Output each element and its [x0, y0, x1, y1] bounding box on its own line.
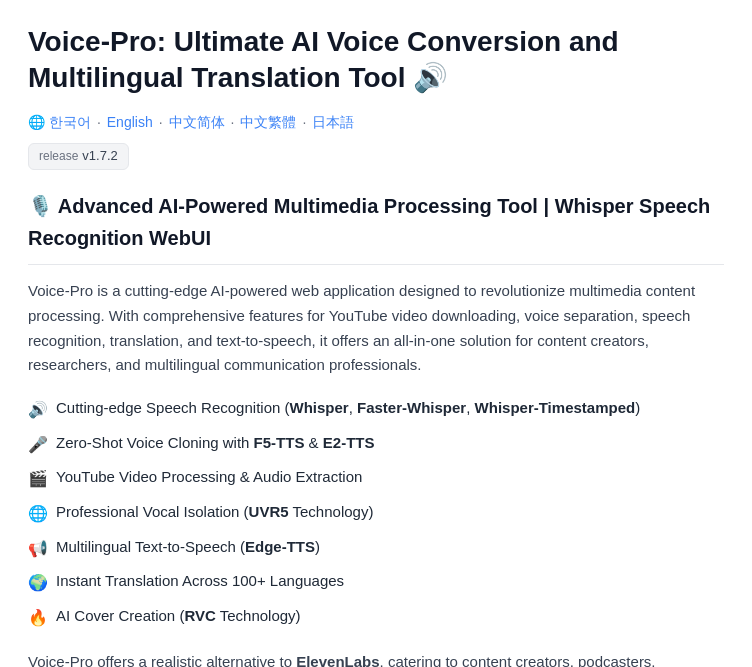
video-icon: 🎬: [28, 466, 48, 492]
list-item: 🔊 Cutting-edge Speech Recognition (Whisp…: [28, 396, 724, 423]
speech-icon: 🔊: [28, 397, 48, 423]
translation-icon: 🌍: [28, 570, 48, 596]
feature-text: Cutting-edge Speech Recognition (Whisper…: [56, 396, 640, 420]
feature-text: Multilingual Text-to-Speech (Edge-TTS): [56, 535, 320, 559]
feature-text: AI Cover Creation (RVC Technology): [56, 604, 301, 628]
separator-3: ·: [231, 111, 235, 133]
megaphone-icon: 📢: [28, 536, 48, 562]
badge-label: release: [39, 147, 78, 166]
separator-4: ·: [302, 111, 306, 133]
mic-icon: 🎤: [28, 432, 48, 458]
feature-text: Zero-Shot Voice Cloning with F5-TTS & E2…: [56, 431, 374, 455]
globe-icon: 🌐: [28, 501, 48, 527]
section-title-text: Advanced AI-Powered Multimedia Processin…: [28, 195, 710, 249]
feature-text: Instant Translation Across 100+ Language…: [56, 569, 344, 593]
section-icon: 🎙️: [28, 195, 58, 217]
feature-text: Professional Vocal Isolation (UVR5 Techn…: [56, 500, 373, 524]
badge-version: v1.7.2: [82, 146, 117, 167]
title-icon: 🔊: [413, 62, 448, 93]
version-badge: release v1.7.2: [28, 143, 129, 170]
separator-2: ·: [159, 111, 163, 133]
footer-text: Voice-Pro offers a realistic alternative…: [28, 650, 724, 667]
list-item: 🎬 YouTube Video Processing & Audio Extra…: [28, 465, 724, 492]
app-description: Voice-Pro is a cutting-edge AI-powered w…: [28, 279, 724, 378]
feature-list: 🔊 Cutting-edge Speech Recognition (Whisp…: [28, 396, 724, 630]
separator-1: ·: [97, 111, 101, 133]
lang-japanese[interactable]: 日本語: [312, 111, 354, 133]
app-title: Voice-Pro: Ultimate AI Voice Conversion …: [28, 24, 724, 97]
list-item: 🌐 Professional Vocal Isolation (UVR5 Tec…: [28, 500, 724, 527]
list-item: 🌍 Instant Translation Across 100+ Langua…: [28, 569, 724, 596]
lang-chinese-simplified[interactable]: 中文简体: [169, 111, 225, 133]
section-title: 🎙️ Advanced AI-Powered Multimedia Proces…: [28, 190, 724, 265]
footer-highlight: ElevenLabs: [296, 653, 379, 667]
list-item: 🎤 Zero-Shot Voice Cloning with F5-TTS & …: [28, 431, 724, 458]
fire-icon: 🔥: [28, 605, 48, 631]
lang-english[interactable]: English: [107, 111, 153, 133]
feature-text: YouTube Video Processing & Audio Extract…: [56, 465, 362, 489]
list-item: 📢 Multilingual Text-to-Speech (Edge-TTS): [28, 535, 724, 562]
title-text: Voice-Pro: Ultimate AI Voice Conversion …: [28, 26, 619, 93]
footer-before: Voice-Pro offers a realistic alternative…: [28, 653, 296, 667]
list-item: 🔥 AI Cover Creation (RVC Technology): [28, 604, 724, 631]
lang-korean[interactable]: 🌐 한국어: [28, 111, 91, 133]
language-bar: 🌐 한국어 · English · 中文简体 · 中文繁體 · 日本語: [28, 111, 724, 133]
lang-chinese-traditional[interactable]: 中文繁體: [240, 111, 296, 133]
